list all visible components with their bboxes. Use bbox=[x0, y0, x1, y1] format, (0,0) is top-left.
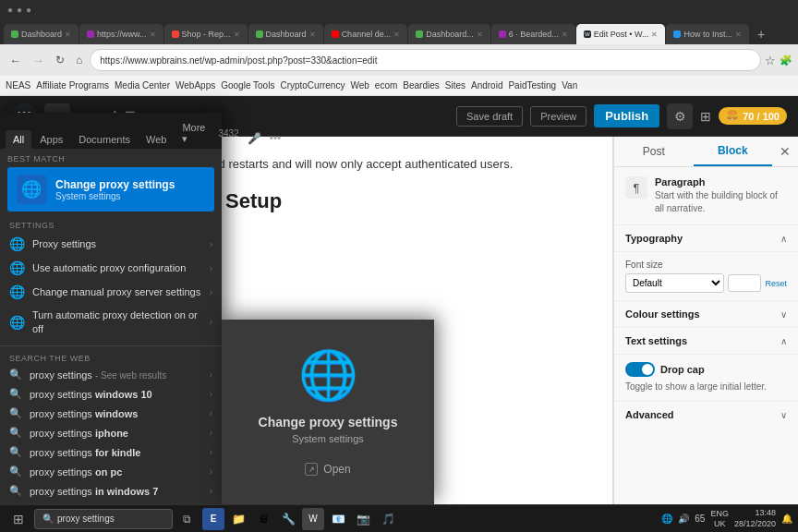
bookmark-media[interactable]: Media Center bbox=[115, 80, 170, 91]
home-button[interactable]: ⌂ bbox=[72, 52, 86, 68]
preview-open-button[interactable]: ↗ Open bbox=[305, 463, 350, 476]
bookmark-webapps[interactable]: WebApps bbox=[175, 80, 215, 91]
tab-2[interactable]: https://www... ✕ bbox=[79, 24, 163, 44]
forward-button[interactable]: → bbox=[29, 52, 48, 69]
best-match-item[interactable]: 🌐 Change proxy settings System settings bbox=[7, 167, 214, 212]
notification-icon[interactable]: 🔔 bbox=[781, 514, 792, 524]
save-draft-button[interactable]: Save draft bbox=[456, 106, 523, 127]
tab-block[interactable]: Block bbox=[694, 137, 773, 166]
bookmark-beardies[interactable]: Beardies bbox=[403, 80, 439, 91]
taskbar-app-7[interactable]: 📷 bbox=[352, 508, 374, 530]
taskbar-app-2[interactable]: 📁 bbox=[227, 508, 249, 530]
publish-button[interactable]: Publish bbox=[594, 104, 659, 127]
refresh-button[interactable]: ↻ bbox=[52, 52, 68, 68]
taskbar-app-1[interactable]: E bbox=[202, 508, 224, 530]
best-match-section: Best match 🌐 Change proxy settings Syste… bbox=[0, 149, 222, 215]
web-item-4[interactable]: 🔍 proxy settings iphone › bbox=[0, 423, 222, 442]
bookmarks-bar: NEAS Affiliate Programs Media Center Web… bbox=[0, 76, 798, 96]
bookmark-van[interactable]: Van bbox=[562, 80, 577, 91]
font-size-custom-input[interactable] bbox=[728, 274, 761, 292]
text-settings-label: Text settings bbox=[625, 335, 687, 346]
tab-1-title: Dashboard bbox=[21, 30, 62, 39]
font-size-reset-button[interactable]: Reset bbox=[765, 279, 787, 288]
bookmark-neas[interactable]: NEAS bbox=[6, 80, 30, 91]
tab-1[interactable]: Dashboard ✕ bbox=[4, 24, 79, 44]
settings-item-proxy[interactable]: 🌐 Proxy settings › bbox=[0, 232, 222, 256]
bookmark-paidtesting[interactable]: PaidTesting bbox=[508, 80, 556, 91]
settings-globe-icon-4: 🌐 bbox=[9, 315, 25, 330]
bookmark-crypto[interactable]: CryptoCurrency bbox=[280, 80, 345, 91]
tab-5[interactable]: Channel de... ✕ bbox=[324, 24, 408, 44]
tab-4[interactable]: Dashboard ✕ bbox=[248, 24, 323, 44]
web-item-1[interactable]: 🔍 proxy settings - See web results › bbox=[0, 365, 222, 384]
close-sidebar-button[interactable]: ✕ bbox=[772, 137, 798, 166]
network-icon[interactable]: 🌐 bbox=[661, 514, 672, 524]
taskbar-app-5[interactable]: W bbox=[302, 508, 324, 530]
settings-item-auto[interactable]: 🌐 Use automatic proxy configuration › bbox=[0, 256, 222, 280]
wp-sidebar: Post Block ✕ ¶ Paragraph Start with the … bbox=[613, 137, 798, 532]
tab-8-active[interactable]: W Edit Post • W... ✕ bbox=[576, 24, 666, 44]
settings-gear-button[interactable]: ⚙ bbox=[667, 103, 693, 129]
settings-label: Settings bbox=[0, 219, 222, 232]
search-tab-documents[interactable]: Documents bbox=[71, 130, 138, 149]
extensions-button[interactable]: 🧩 bbox=[780, 54, 792, 66]
font-size-label: Font size bbox=[625, 260, 787, 270]
taskbar-app-6[interactable]: 📧 bbox=[327, 508, 349, 530]
search-icon-5: 🔍 bbox=[9, 446, 22, 458]
tab-7[interactable]: 6 · Bearded... ✕ bbox=[491, 24, 575, 44]
tab-bar: Dashboard ✕ https://www... ✕ Shop - Rep.… bbox=[0, 18, 798, 44]
taskbar-search-input[interactable] bbox=[57, 514, 164, 524]
search-tab-more[interactable]: More ▾ bbox=[175, 118, 212, 149]
taskbar-app-4[interactable]: 🔧 bbox=[277, 508, 299, 530]
tab-5-title: Channel de... bbox=[342, 30, 392, 39]
web-item-5[interactable]: 🔍 proxy settings for kindle › bbox=[0, 442, 222, 462]
bookmark-sites[interactable]: Sites bbox=[445, 80, 466, 91]
back-button[interactable]: ← bbox=[6, 52, 25, 69]
advanced-header[interactable]: Advanced ∨ bbox=[614, 402, 798, 428]
search-tab-apps[interactable]: Apps bbox=[32, 130, 70, 149]
bookmark-web[interactable]: Web bbox=[350, 80, 369, 91]
tab-post[interactable]: Post bbox=[614, 138, 694, 165]
web-item-6[interactable]: 🔍 proxy settings on pc › bbox=[0, 462, 222, 481]
best-match-subtitle: System settings bbox=[55, 191, 175, 201]
typography-section: Typography ∧ Font size Default Reset bbox=[614, 225, 798, 301]
tab-9[interactable]: How to Inst... ✕ bbox=[666, 24, 749, 44]
volume-icon[interactable]: 🔊 bbox=[678, 514, 689, 524]
address-bar[interactable]: https://www.wpbrains.net/wp-admin/post.p… bbox=[90, 49, 761, 71]
web-item-2[interactable]: 🔍 proxy settings windows 10 › bbox=[0, 384, 222, 404]
search-more-icon[interactable]: ••• bbox=[266, 128, 285, 149]
bookmark-ecom[interactable]: ecom bbox=[375, 80, 397, 91]
settings-item-manual[interactable]: 🌐 Change manual proxy server settings › bbox=[0, 280, 222, 304]
web-item-7[interactable]: 🔍 proxy settings in windows 7 › bbox=[0, 481, 222, 501]
star-button[interactable]: ☆ bbox=[765, 54, 776, 67]
web-item-3[interactable]: 🔍 proxy settings windows › bbox=[0, 404, 222, 423]
search-tab-web[interactable]: Web bbox=[139, 130, 174, 149]
search-icon-7: 🔍 bbox=[9, 485, 22, 497]
search-icon-4: 🔍 bbox=[9, 427, 22, 439]
task-view-button[interactable]: ⧉ bbox=[175, 508, 198, 530]
tab-3[interactable]: Shop - Rep... ✕ bbox=[164, 24, 248, 44]
settings-item-detection[interactable]: 🌐 Turn automatic proxy detection on or o… bbox=[0, 304, 222, 340]
bookmark-affiliate[interactable]: Affiliate Programs bbox=[36, 80, 109, 91]
web-text-4: proxy settings iphone bbox=[30, 428, 202, 439]
preview-open-icon: ↗ bbox=[305, 463, 318, 476]
bookmark-google[interactable]: Google Tools bbox=[221, 80, 274, 91]
preview-button[interactable]: Preview bbox=[530, 106, 586, 127]
start-button[interactable]: ⊞ bbox=[6, 506, 31, 532]
taskbar-app-3[interactable]: 🖥 bbox=[252, 508, 274, 530]
new-tab-button[interactable]: + bbox=[750, 24, 772, 44]
search-tab-all[interactable]: All bbox=[6, 130, 31, 149]
taskbar-search-box[interactable]: 🔍 bbox=[34, 509, 173, 529]
chevron-right-icon-4: › bbox=[210, 317, 212, 327]
font-size-select[interactable]: Default bbox=[625, 273, 724, 293]
taskbar-app-8[interactable]: 🎵 bbox=[377, 508, 399, 530]
text-settings-header[interactable]: Text settings ∧ bbox=[614, 328, 798, 354]
colour-settings-header[interactable]: Colour settings ∨ bbox=[614, 301, 798, 327]
tab-6[interactable]: Dashboard... ✕ bbox=[408, 24, 490, 44]
text-settings-content: Drop cap Toggle to show a large initial … bbox=[614, 354, 798, 401]
search-mic-icon[interactable]: 🎤 bbox=[244, 128, 265, 149]
bookmark-android[interactable]: Android bbox=[471, 80, 502, 91]
drop-cap-toggle[interactable] bbox=[625, 362, 655, 377]
block-editor-button[interactable]: ⊞ bbox=[700, 109, 711, 124]
typography-header[interactable]: Typography ∧ bbox=[614, 225, 798, 251]
